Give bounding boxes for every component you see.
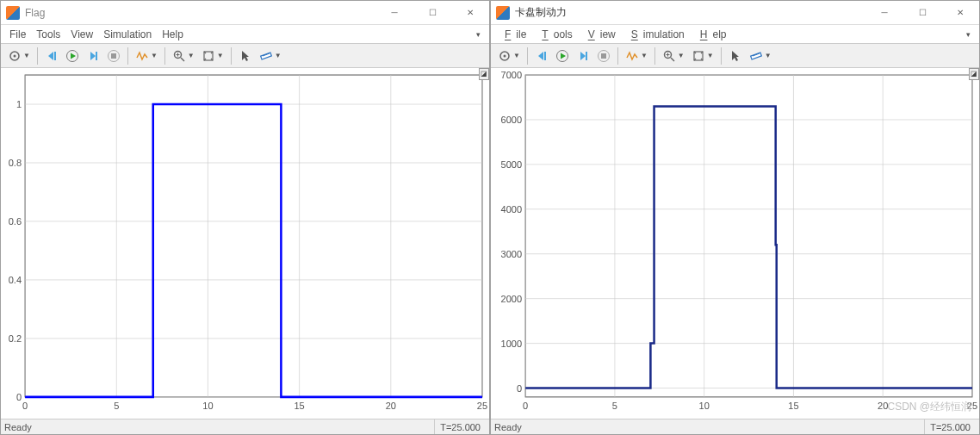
app-icon	[6, 6, 20, 20]
svg-text:2000: 2000	[501, 294, 523, 304]
config-button[interactable]: ▼	[495, 47, 523, 65]
svg-text:7000: 7000	[501, 70, 523, 80]
svg-text:5: 5	[612, 401, 617, 411]
toolbar: ▼ ▼ ▼ ▼ ▼	[1, 44, 489, 68]
window-title: 卡盘制动力	[515, 5, 865, 20]
menu-overflow-icon[interactable]: ▾	[471, 28, 486, 40]
step-forward-button[interactable]	[574, 47, 592, 65]
config-button[interactable]: ▼	[5, 47, 33, 65]
svg-rect-48	[750, 53, 761, 59]
maximize-button[interactable]: ☐	[903, 1, 941, 25]
statusbar: Ready T=25.000	[1, 419, 489, 434]
status-time: T=25.000	[434, 419, 486, 434]
titlebar[interactable]: 卡盘制动力 ─ ☐ ✕	[491, 1, 979, 25]
svg-text:15: 15	[788, 401, 798, 411]
maximize-button[interactable]: ☐	[413, 1, 451, 25]
svg-text:10: 10	[202, 401, 213, 411]
svg-text:20: 20	[878, 401, 888, 411]
step-back-button[interactable]	[532, 47, 551, 65]
dock-icon[interactable]: ◪	[479, 68, 489, 80]
app-icon	[496, 6, 510, 20]
minimize-button[interactable]: ─	[375, 1, 413, 25]
menu-simulation[interactable]: Simulation	[621, 27, 690, 42]
svg-line-44	[671, 58, 674, 61]
svg-text:1: 1	[16, 99, 22, 109]
close-button[interactable]: ✕	[451, 1, 489, 25]
status-ready: Ready	[494, 422, 522, 432]
svg-rect-10	[260, 53, 271, 59]
cursor-button[interactable]	[726, 47, 745, 65]
svg-rect-12	[1, 68, 489, 419]
autoscale-button[interactable]: ▼	[199, 47, 226, 65]
svg-text:0: 0	[22, 401, 28, 411]
svg-text:0.6: 0.6	[9, 216, 22, 227]
svg-text:10: 10	[699, 401, 710, 411]
zoom-button[interactable]: ▼	[660, 47, 687, 65]
svg-text:5000: 5000	[501, 159, 523, 170]
menu-file[interactable]: File	[494, 27, 531, 42]
statusbar: Ready T=25.000	[491, 419, 979, 434]
svg-text:5: 5	[114, 401, 119, 411]
status-ready: Ready	[4, 422, 32, 432]
svg-rect-42	[601, 53, 606, 59]
signals-button[interactable]: ▼	[623, 47, 650, 65]
svg-text:0.8: 0.8	[9, 158, 22, 168]
plot-svg: 051015202501000200030004000500060007000	[491, 68, 979, 419]
run-button[interactable]	[63, 47, 82, 65]
signals-button[interactable]: ▼	[133, 47, 160, 65]
measurements-button[interactable]: ▼	[257, 47, 284, 65]
dock-icon[interactable]: ◪	[969, 68, 979, 80]
svg-text:0.2: 0.2	[9, 333, 22, 344]
svg-rect-50	[491, 68, 979, 419]
titlebar[interactable]: Flag ─ ☐ ✕	[1, 1, 489, 25]
svg-text:6000: 6000	[501, 115, 523, 125]
svg-text:0: 0	[517, 383, 522, 394]
menubar: File Tools View Simulation Help ▾	[491, 25, 979, 44]
step-back-button[interactable]	[42, 47, 61, 65]
minimize-button[interactable]: ─	[865, 1, 903, 25]
menu-view[interactable]: View	[578, 27, 621, 42]
stop-button[interactable]	[104, 47, 123, 65]
svg-text:25: 25	[477, 401, 487, 411]
svg-line-6	[181, 58, 184, 61]
plot-area[interactable]: ◪ 05101520250100020003000400050006000700…	[491, 68, 979, 419]
window-title: Flag	[25, 7, 375, 19]
svg-text:0: 0	[16, 392, 22, 402]
menu-help[interactable]: Help	[157, 27, 189, 42]
menu-simulation[interactable]: Simulation	[98, 27, 157, 42]
close-button[interactable]: ✕	[941, 1, 979, 25]
run-button[interactable]	[553, 47, 572, 65]
svg-text:20: 20	[386, 401, 396, 411]
svg-rect-4	[111, 53, 116, 59]
status-time: T=25.000	[924, 419, 976, 434]
toolbar: ▼ ▼ ▼ ▼ ▼	[491, 44, 979, 68]
zoom-button[interactable]: ▼	[170, 47, 197, 65]
svg-text:1000: 1000	[501, 339, 523, 349]
menu-tools[interactable]: Tools	[531, 27, 577, 42]
autoscale-button[interactable]: ▼	[689, 47, 716, 65]
svg-text:3000: 3000	[501, 249, 523, 259]
scope-window-brake: 卡盘制动力 ─ ☐ ✕ File Tools View Simulation H…	[490, 0, 980, 435]
menu-tools[interactable]: Tools	[31, 27, 65, 42]
svg-text:0.4: 0.4	[9, 275, 22, 285]
stop-button[interactable]	[594, 47, 613, 65]
cursor-button[interactable]	[236, 47, 255, 65]
step-forward-button[interactable]	[84, 47, 102, 65]
menu-view[interactable]: View	[65, 27, 98, 42]
menu-help[interactable]: Help	[690, 27, 732, 42]
plot-svg: 051015202500.20.40.60.81	[1, 68, 489, 419]
svg-point-39	[504, 54, 506, 57]
menu-file[interactable]: File	[4, 27, 31, 42]
menu-overflow-icon[interactable]: ▾	[961, 28, 976, 40]
plot-area[interactable]: ◪ 051015202500.20.40.60.81	[1, 68, 489, 419]
menubar: File Tools View Simulation Help ▾	[1, 25, 489, 44]
svg-point-1	[14, 54, 16, 57]
svg-text:0: 0	[523, 401, 528, 411]
scope-window-flag: Flag ─ ☐ ✕ File Tools View Simulation He…	[0, 0, 490, 435]
measurements-button[interactable]: ▼	[747, 47, 774, 65]
svg-text:25: 25	[967, 401, 977, 411]
svg-text:4000: 4000	[501, 204, 523, 214]
svg-text:15: 15	[294, 401, 304, 411]
